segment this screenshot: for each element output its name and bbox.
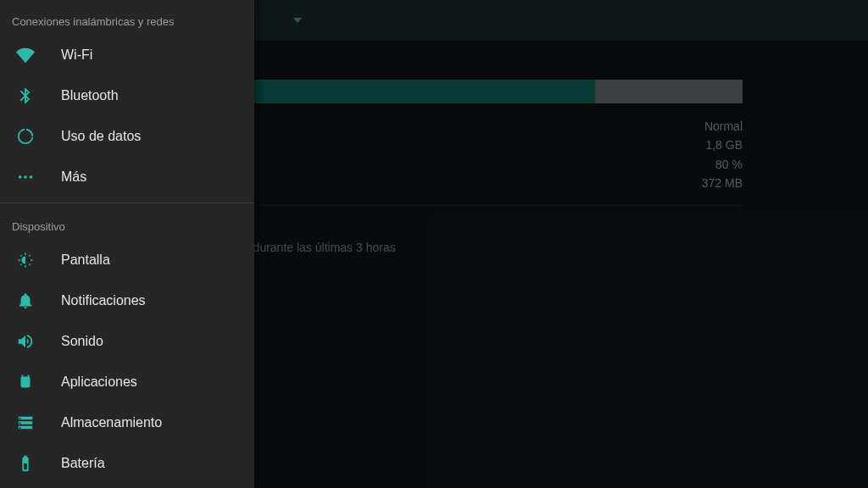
- sidebar-item-label: Uso de datos: [61, 129, 141, 144]
- more-icon: [15, 167, 36, 187]
- sidebar-item-label: Notificaciones: [61, 293, 146, 308]
- sidebar-item-label: Pantalla: [61, 252, 110, 268]
- sidebar-item-label: Batería: [61, 456, 105, 471]
- svg-point-5: [23, 379, 25, 380]
- sidebar-item-more[interactable]: Más: [0, 157, 254, 197]
- sidebar-item-label: Wi-Fi: [61, 47, 92, 63]
- section-header-device: Dispositivo: [0, 208, 254, 240]
- notifications-icon: [15, 291, 36, 311]
- sound-icon: [15, 331, 36, 352]
- svg-point-1: [24, 175, 27, 179]
- battery-icon: [15, 453, 36, 474]
- display-icon: [15, 250, 36, 270]
- sidebar-item-label: Almacenamiento: [61, 415, 162, 430]
- sidebar-item-notifications[interactable]: Notificaciones: [0, 280, 254, 321]
- svg-point-3: [21, 375, 23, 377]
- svg-point-2: [30, 175, 33, 179]
- svg-point-0: [19, 175, 22, 179]
- svg-point-4: [28, 375, 30, 377]
- sidebar-item-bluetooth[interactable]: Bluetooth: [0, 75, 254, 116]
- svg-point-6: [26, 379, 28, 380]
- sidebar-item-label: Más: [61, 169, 86, 185]
- wifi-icon: [15, 45, 36, 65]
- sidebar-item-label: Aplicaciones: [61, 374, 137, 390]
- sidebar-item-display[interactable]: Pantalla: [0, 240, 254, 280]
- sidebar-item-label: Bluetooth: [61, 88, 119, 103]
- drawer-divider: [0, 202, 254, 203]
- settings-drawer: Conexiones inalámbricas y redes Wi-Fi Bl…: [0, 0, 254, 488]
- bluetooth-icon: [15, 86, 36, 106]
- storage-icon: [15, 413, 36, 433]
- sidebar-item-battery[interactable]: Batería: [0, 443, 254, 484]
- sidebar-item-sound[interactable]: Sonido: [0, 321, 254, 362]
- sidebar-item-apps[interactable]: Aplicaciones: [0, 362, 254, 402]
- sidebar-item-storage[interactable]: Almacenamiento: [0, 402, 254, 443]
- data-usage-icon: [15, 126, 36, 147]
- sidebar-item-label: Sonido: [61, 334, 103, 349]
- apps-icon: [15, 372, 36, 392]
- section-header-wireless: Conexiones inalámbricas y redes: [0, 3, 254, 35]
- sidebar-item-data-usage[interactable]: Uso de datos: [0, 116, 254, 157]
- sidebar-item-wifi[interactable]: Wi-Fi: [0, 35, 254, 75]
